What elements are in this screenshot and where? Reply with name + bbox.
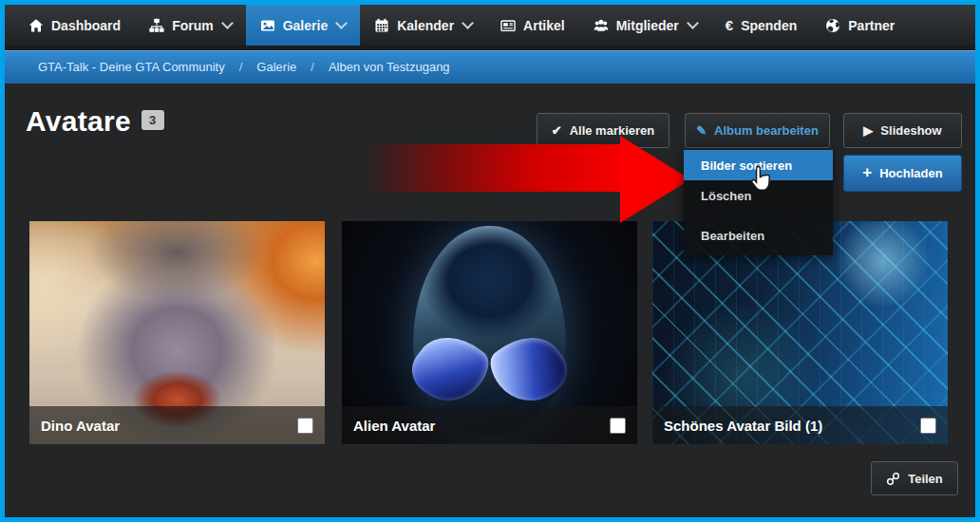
breadcrumb: GTA-Talk - Deine GTA Community / Galerie…	[5, 50, 975, 84]
select-all-label: Alle markieren	[570, 123, 655, 138]
page-title: Avatare3	[26, 105, 164, 138]
breadcrumb-separator: /	[311, 60, 314, 74]
nav-item-label: Galerie	[283, 18, 328, 33]
home-icon	[28, 18, 44, 33]
edit-album-dropdown: Bilder sortieren Löschen Bearbeiten	[684, 150, 833, 255]
image-caption: Schönes Avatar Bild (1)	[652, 406, 948, 444]
euro-icon: €	[726, 18, 733, 32]
nav-item-dashboard[interactable]: Dashboard	[14, 5, 135, 46]
share-button[interactable]: Teilen	[871, 461, 958, 495]
nav-item-partner[interactable]: Partner	[811, 5, 909, 46]
dropdown-item-delete[interactable]: Löschen	[684, 180, 833, 211]
breadcrumb-separator: /	[239, 60, 243, 74]
edit-album-button[interactable]: ✎ Album bearbeiten	[685, 113, 830, 148]
image-select-checkbox[interactable]	[920, 418, 936, 434]
select-all-button[interactable]: ✔ Alle markieren	[537, 113, 669, 148]
slideshow-label: Slideshow	[880, 123, 941, 138]
upload-button[interactable]: + Hochladen	[843, 155, 962, 192]
link-chain-icon	[886, 472, 900, 486]
nav-item-forum[interactable]: Forum	[135, 5, 246, 46]
image-select-checkbox[interactable]	[297, 418, 313, 434]
annotation-arrow-head	[620, 136, 690, 223]
nav-item-label: Kalender	[397, 18, 454, 33]
newspaper-icon	[500, 18, 516, 33]
nav-item-label: Spenden	[741, 18, 797, 33]
image-title: Schönes Avatar Bild (1)	[664, 418, 822, 434]
image-icon	[260, 18, 275, 33]
chevron-down-icon	[462, 17, 474, 29]
breadcrumb-galerie[interactable]: Galerie	[256, 60, 296, 74]
upload-label: Hochladen	[879, 166, 942, 180]
nav-item-label: Mitglieder	[616, 18, 679, 33]
image-caption: Dino Avatar	[29, 406, 325, 444]
slideshow-button[interactable]: ▶ Slideshow	[843, 113, 962, 148]
users-icon	[594, 18, 609, 33]
nav-item-galerie[interactable]: Galerie	[246, 5, 360, 46]
calendar-icon	[374, 18, 389, 33]
dropdown-separator	[684, 211, 833, 220]
globe-icon	[825, 18, 840, 33]
edit-album-label: Album bearbeiten	[714, 123, 819, 138]
image-title: Alien Avatar	[353, 418, 435, 434]
dropdown-item-sort-images[interactable]: Bilder sortieren	[684, 150, 833, 180]
alien-eye-shape	[482, 321, 577, 415]
annotation-arrow-shaft	[364, 144, 622, 192]
nav-item-label: Partner	[848, 18, 895, 33]
pencil-icon: ✎	[696, 124, 707, 137]
play-icon: ▶	[863, 124, 873, 137]
share-label: Teilen	[908, 472, 943, 486]
gallery-page: Dashboard Forum Galerie Kalender	[0, 0, 980, 522]
nav-item-artikel[interactable]: Artikel	[486, 5, 579, 46]
image-caption: Alien Avatar	[342, 406, 637, 444]
dropdown-item-edit[interactable]: Bearbeiten	[684, 220, 833, 251]
image-count-badge: 3	[141, 110, 164, 130]
nav-item-label: Forum	[172, 18, 214, 33]
nav-item-label: Artikel	[523, 18, 565, 33]
alien-head-shape	[413, 226, 567, 436]
check-icon: ✔	[552, 124, 562, 137]
nav-item-label: Dashboard	[51, 18, 121, 33]
chevron-down-icon	[221, 17, 234, 29]
breadcrumb-site[interactable]: GTA-Talk - Deine GTA Community	[38, 60, 225, 74]
alien-eye-shape	[403, 321, 498, 415]
album-image-card[interactable]: Dino Avatar	[29, 221, 325, 444]
image-select-checkbox[interactable]	[610, 418, 626, 434]
nav-item-kalender[interactable]: Kalender	[360, 5, 486, 46]
nav-item-mitglieder[interactable]: Mitglieder	[579, 5, 711, 46]
chevron-down-icon	[335, 17, 348, 29]
main-nav: Dashboard Forum Galerie Kalender	[5, 5, 975, 46]
chevron-down-icon	[687, 17, 699, 29]
image-title: Dino Avatar	[41, 418, 120, 434]
nav-item-spenden[interactable]: € Spenden	[711, 5, 811, 46]
plus-icon: +	[862, 164, 872, 180]
album-image-card[interactable]: Alien Avatar	[342, 221, 637, 444]
breadcrumb-album[interactable]: Alben von Testzugang	[329, 60, 450, 74]
sitemap-icon	[149, 18, 164, 33]
page-title-text: Avatare	[26, 105, 131, 137]
